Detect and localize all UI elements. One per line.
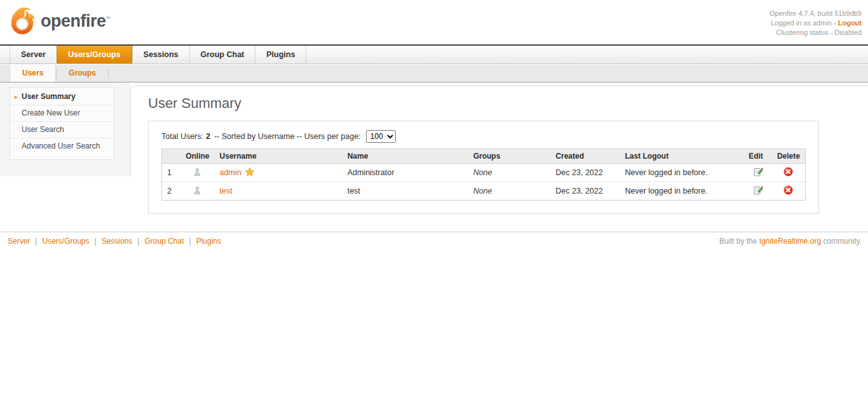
subtab-groups[interactable]: Groups: [57, 65, 108, 82]
header: openfire™ Openfire 4.7.4, build 51b9db9 …: [0, 0, 868, 44]
tab-group-chat[interactable]: Group Chat: [189, 46, 255, 63]
sidebar-menu: ▸ User Summary Create New User User Sear…: [10, 87, 114, 160]
tab-plugins[interactable]: Plugins: [255, 46, 306, 63]
delete-circle-icon[interactable]: [783, 167, 793, 176]
total-users-label: Total Users:: [161, 132, 203, 141]
total-users-value: 2: [206, 132, 210, 141]
header-groups: Groups: [468, 149, 551, 164]
user-silhouette-icon: [193, 170, 202, 179]
page-title: User Summary: [148, 95, 241, 112]
footer-link-server[interactable]: Server: [8, 237, 30, 246]
name-cell: Administrator: [342, 164, 468, 182]
tab-server[interactable]: Server: [10, 46, 57, 63]
footer-link-plugins[interactable]: Plugins: [196, 237, 221, 246]
brand: openfire™: [8, 5, 111, 37]
created-cell: Dec 23, 2022: [550, 182, 620, 201]
sidebar-item-create-new-user[interactable]: Create New User: [10, 105, 114, 122]
table-header-row: Online Username Name Groups Created Last…: [162, 149, 806, 164]
main-nav: Server Users/Groups Sessions Group Chat …: [0, 46, 868, 64]
table-row-admin: 1 admin Administra: [162, 164, 806, 182]
header-username: Username: [215, 149, 342, 164]
last-logout-cell: Never logged in before.: [620, 182, 743, 201]
footer-link-sessions[interactable]: Sessions: [102, 237, 133, 246]
username-link[interactable]: admin: [220, 168, 241, 177]
openfire-admin-console: openfire™ Openfire 4.7.4, build 51b9db9 …: [0, 0, 868, 403]
footer-link-users-groups[interactable]: Users/Groups: [42, 237, 89, 246]
sidebar-item-label: Create New User: [22, 109, 80, 117]
groups-cell: None: [468, 182, 551, 201]
username-cell: test: [215, 182, 342, 201]
users-per-page-select[interactable]: 100: [366, 130, 396, 143]
footer-links: Server | Users/Groups | Sessions | Group…: [8, 237, 221, 246]
row-index: 1: [162, 164, 181, 182]
footer-link-group-chat[interactable]: Group Chat: [144, 237, 184, 246]
last-logout-cell: Never logged in before.: [620, 164, 743, 182]
current-item-arrow-icon: ▸: [15, 89, 18, 105]
sub-nav: Users Groups: [0, 65, 868, 83]
summary-line: Total Users: 2 -- Sorted by Username -- …: [161, 130, 806, 143]
sidebar-item-label: User Summary: [22, 92, 76, 101]
gold-star-icon: [245, 167, 255, 179]
footer-separator: |: [95, 237, 97, 246]
username-link[interactable]: test: [220, 187, 233, 195]
tab-users-groups[interactable]: Users/Groups: [57, 46, 132, 63]
header-delete: Delete: [772, 149, 806, 164]
version-text: Openfire 4.7.4, build 51b9db9: [770, 9, 862, 18]
created-cell: Dec 23, 2022: [550, 164, 620, 182]
header-info: Openfire 4.7.4, build 51b9db9 Logged in …: [770, 9, 862, 37]
online-status-cell: [180, 182, 214, 201]
sidebar-item-label: User Search: [22, 125, 64, 134]
name-cell: test: [342, 182, 468, 201]
header-created: Created: [550, 149, 620, 164]
trademark: ™: [106, 16, 111, 22]
header-last-logout: Last Logout: [620, 149, 743, 164]
sidebar-item-label: Advanced User Search: [22, 142, 100, 150]
logout-link[interactable]: Logout: [838, 19, 862, 27]
subtab-users[interactable]: Users: [10, 65, 56, 82]
footer: Server | Users/Groups | Sessions | Group…: [0, 232, 868, 246]
openfire-flame-icon: [8, 5, 37, 37]
summary-sort-text: -- Sorted by Username -- Users per page:: [214, 132, 361, 141]
sidebar-item-user-summary[interactable]: ▸ User Summary: [10, 89, 114, 105]
ignite-realtime-link[interactable]: IgniteRealtime.org: [759, 237, 821, 246]
footer-credit: Built by the IgniteRealtime.org communit…: [719, 237, 862, 246]
footer-separator: |: [137, 237, 139, 246]
table-row-test: 2 test test None Dec 23, 2022 Never logg…: [162, 182, 806, 201]
row-index: 2: [162, 182, 181, 201]
sidebar-item-user-search[interactable]: User Search: [10, 122, 114, 138]
header-name: Name: [342, 149, 468, 164]
users-table: Online Username Name Groups Created Last…: [161, 149, 806, 201]
sidebar-item-advanced-user-search[interactable]: Advanced User Search: [10, 138, 114, 154]
header-online: Online: [180, 149, 214, 164]
delete-circle-icon[interactable]: [783, 185, 793, 195]
header-index: [162, 149, 181, 164]
footer-separator: |: [189, 237, 191, 246]
login-status: Logged in as admin - Logout: [770, 18, 862, 28]
header-edit: Edit: [743, 149, 772, 164]
subnav-separator: [108, 69, 109, 78]
user-silhouette-icon: [193, 188, 202, 197]
edit-note-icon[interactable]: [753, 167, 763, 177]
online-status-cell: [180, 164, 214, 182]
username-cell: admin: [215, 164, 342, 182]
tab-sessions[interactable]: Sessions: [132, 46, 189, 63]
logo-wordmark: openfire™: [41, 11, 111, 31]
edit-note-icon[interactable]: [753, 185, 763, 195]
footer-separator: |: [35, 237, 37, 246]
clustering-status: Clustering status - Disabled: [770, 28, 862, 37]
user-summary-box: Total Users: 2 -- Sorted by Username -- …: [148, 121, 819, 214]
groups-cell: None: [468, 164, 551, 182]
